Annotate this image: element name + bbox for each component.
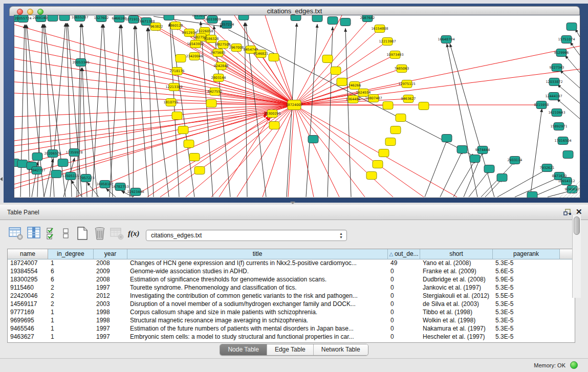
graph-node[interactable] bbox=[567, 23, 577, 31]
table-cell-out_degree[interactable]: 0 bbox=[388, 333, 420, 341]
table-cell-year[interactable]: 1997 bbox=[94, 325, 127, 333]
table-cell-name[interactable]: 9699695 bbox=[8, 317, 48, 325]
citation-edge-black[interactable] bbox=[148, 28, 169, 197]
graph-node[interactable] bbox=[48, 15, 58, 21]
graph-node[interactable] bbox=[373, 161, 383, 168]
table-cell-year[interactable]: 1998 bbox=[94, 317, 127, 325]
graph-node[interactable] bbox=[366, 172, 377, 180]
graph-node[interactable] bbox=[390, 126, 401, 134]
table-cell-in_degree[interactable]: 2 bbox=[48, 300, 94, 309]
table-cell-year[interactable]: 2009 bbox=[94, 268, 127, 276]
graph-node[interactable] bbox=[308, 136, 318, 143]
citation-edge-black[interactable] bbox=[110, 25, 120, 197]
table-cell-in_degree[interactable]: 6 bbox=[48, 268, 94, 276]
table-cell-name[interactable]: 18724007 bbox=[8, 259, 48, 268]
graph-node[interactable] bbox=[419, 102, 429, 110]
graph-node[interactable] bbox=[51, 170, 61, 178]
citation-edge-black[interactable] bbox=[328, 27, 333, 197]
graph-node[interactable] bbox=[385, 138, 396, 146]
table-cell-out_degree[interactable]: 0 bbox=[388, 292, 420, 300]
graph-node[interactable] bbox=[189, 154, 200, 161]
table-cell-out_degree[interactable]: 0 bbox=[388, 300, 420, 309]
table-cell-pagerank[interactable]: 5.5E-5 bbox=[493, 292, 560, 300]
clear-selection-icon[interactable] bbox=[62, 226, 70, 242]
citation-network-graph[interactable]: 2005572420691406106552871527602646616010… bbox=[14, 15, 580, 198]
table-cell-title[interactable]: Disruption of a novel member of a sodium… bbox=[127, 300, 388, 309]
table-cell-short[interactable]: Wolkin et al. (1998) bbox=[420, 317, 493, 325]
graph-node[interactable] bbox=[269, 122, 279, 129]
table-cell-in_degree[interactable]: 6 bbox=[48, 276, 94, 284]
table-cell-year[interactable]: 1997 bbox=[94, 333, 127, 341]
function-builder-icon[interactable]: f(x) bbox=[128, 229, 140, 244]
table-cell-pagerank[interactable]: 5.3E-5 bbox=[493, 300, 560, 309]
graph-node[interactable] bbox=[331, 67, 341, 75]
window-minimize-button[interactable] bbox=[27, 9, 33, 15]
table-cell-short[interactable]: Hescheler et al. (1997) bbox=[420, 333, 493, 341]
graph-node[interactable] bbox=[238, 15, 249, 20]
table-cell-pagerank[interactable]: 5.3E-5 bbox=[493, 333, 560, 341]
citation-edge-red[interactable] bbox=[211, 105, 294, 197]
new-column-icon[interactable] bbox=[76, 226, 89, 242]
table-cell-out_degree[interactable]: 0 bbox=[388, 317, 420, 325]
table-row[interactable]: 946362711997Embryonic stem cells: a mode… bbox=[8, 333, 575, 341]
table-cell-in_degree[interactable]: 1 bbox=[48, 259, 94, 268]
table-cell-title[interactable]: Estimation of the future numbers of pati… bbox=[127, 325, 388, 333]
graph-node[interactable] bbox=[59, 15, 70, 21]
table-cell-year[interactable]: 2012 bbox=[94, 292, 127, 300]
table-cell-title[interactable]: Corpus callosum shape and size in male p… bbox=[127, 309, 388, 317]
table-cell-name[interactable]: 22420046 bbox=[8, 292, 48, 300]
graph-node[interactable] bbox=[484, 165, 494, 173]
window-zoom-button[interactable] bbox=[37, 9, 43, 15]
table-cell-year[interactable]: 1997 bbox=[94, 284, 127, 292]
citation-edge-red[interactable] bbox=[294, 105, 457, 197]
table-row[interactable]: 1456911722003Disruption of a novel membe… bbox=[8, 300, 575, 309]
graph-node[interactable] bbox=[457, 146, 467, 154]
citation-edge-black[interactable] bbox=[440, 150, 463, 197]
citation-edge-black[interactable] bbox=[68, 23, 82, 197]
graph-node[interactable] bbox=[184, 140, 194, 148]
graph-node[interactable] bbox=[383, 102, 393, 110]
column-header-out_degree[interactable]: △ out_de... bbox=[388, 249, 420, 259]
memory-ok-indicator[interactable] bbox=[570, 361, 578, 369]
graph-node[interactable] bbox=[497, 174, 507, 182]
graph-node[interactable] bbox=[58, 159, 68, 167]
table-row[interactable]: 911546021997Tourette syndrome. Phenomeno… bbox=[8, 284, 575, 292]
table-cell-year[interactable]: 2008 bbox=[94, 259, 127, 268]
graph-node[interactable] bbox=[291, 15, 301, 21]
network-window-titlebar[interactable]: citations_edges.txt bbox=[9, 6, 580, 16]
table-cell-year[interactable]: 2003 bbox=[94, 300, 127, 309]
graph-node[interactable] bbox=[176, 55, 186, 62]
sidebar-collapse-icon[interactable] bbox=[0, 177, 3, 181]
table-cell-name[interactable]: 9115460 bbox=[8, 284, 48, 292]
table-cell-title[interactable]: Genome-wide association studies in ADHD. bbox=[127, 268, 388, 276]
citation-edge-red[interactable] bbox=[294, 105, 365, 197]
table-cell-short[interactable]: Dudbridge et al. (2008) bbox=[420, 276, 493, 284]
citation-edge-black[interactable] bbox=[530, 108, 542, 197]
tab-edge-table[interactable]: Edge Table bbox=[267, 344, 314, 355]
table-cell-title[interactable]: Investigating the contribution of common… bbox=[127, 292, 388, 300]
citation-edge-red[interactable] bbox=[237, 105, 294, 197]
citation-edge-black[interactable] bbox=[92, 24, 102, 197]
graph-node[interactable] bbox=[312, 15, 322, 22]
citation-edge-black[interactable] bbox=[450, 43, 494, 197]
table-cell-out_degree[interactable]: 49 bbox=[388, 259, 420, 268]
citation-edge-black[interactable] bbox=[497, 169, 548, 197]
citation-edge-red[interactable] bbox=[294, 105, 314, 197]
table-row[interactable]: 1938455462009Genome-wide association stu… bbox=[8, 268, 575, 276]
column-header-name[interactable]: name bbox=[8, 249, 48, 259]
network-view-canvas[interactable]: 2005572420691406106552871527602646616010… bbox=[14, 15, 580, 198]
graph-node[interactable] bbox=[396, 114, 406, 122]
table-vertical-scrollbar[interactable] bbox=[572, 215, 581, 298]
citation-edge-red[interactable] bbox=[261, 54, 294, 105]
column-header-title[interactable]: title bbox=[127, 249, 388, 259]
table-cell-in_degree[interactable]: 2 bbox=[48, 292, 94, 300]
table-cell-name[interactable]: 19384554 bbox=[8, 268, 48, 276]
column-header-in_degree[interactable]: in_degree bbox=[48, 249, 94, 259]
graph-node[interactable] bbox=[269, 54, 279, 61]
table-cell-name[interactable]: 9463627 bbox=[8, 333, 48, 341]
table-cell-short[interactable]: Nakamura et al. (1997) bbox=[420, 325, 493, 333]
citation-edge-black[interactable] bbox=[133, 26, 135, 197]
table-cell-title[interactable]: Tourette syndrome. Phenomenology and cla… bbox=[127, 284, 388, 292]
graph-node[interactable] bbox=[470, 155, 480, 163]
citation-edge-black[interactable] bbox=[20, 25, 25, 197]
